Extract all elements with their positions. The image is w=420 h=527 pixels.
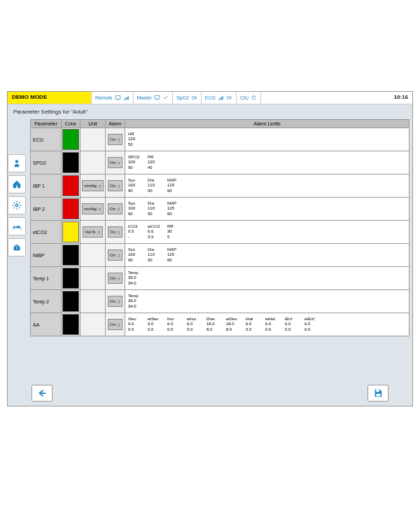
limit-column: etIso6.00.0 bbox=[187, 317, 200, 332]
unit-spinner[interactable]: mmHg bbox=[82, 180, 104, 191]
alarm-spinner[interactable]: On bbox=[108, 226, 122, 238]
limit-low: 0.0 bbox=[265, 327, 278, 332]
footer-buttons bbox=[8, 385, 412, 402]
home-icon bbox=[12, 179, 22, 189]
alarm-cell[interactable]: On bbox=[106, 244, 125, 267]
table-row: etCO2Vol.%OniCO20.5-etCO26.63.9RR305 bbox=[31, 221, 410, 244]
alarm-spinner[interactable]: On bbox=[108, 296, 122, 307]
status-ecg[interactable]: ECG bbox=[202, 92, 237, 104]
param-cell: IBP 2 bbox=[31, 198, 62, 221]
limit-low: 90 bbox=[128, 212, 141, 217]
bed-button[interactable] bbox=[8, 217, 26, 235]
limit-column: etDes18.08.0 bbox=[226, 317, 239, 332]
alarm-cell[interactable]: On bbox=[106, 221, 125, 244]
unit-spinner[interactable]: mmHg bbox=[82, 203, 104, 214]
alarm-spinner[interactable]: On bbox=[108, 134, 122, 145]
status-label: SpO2 bbox=[176, 95, 189, 100]
limits-cell[interactable]: Sys16090Dia11050MAP12560 bbox=[125, 244, 410, 267]
alarm-cell[interactable]: On bbox=[106, 267, 125, 290]
limit-header: etSev bbox=[148, 317, 160, 322]
unit-cell[interactable]: Vol.% bbox=[80, 221, 106, 244]
svg-rect-0 bbox=[115, 96, 120, 100]
patient-button[interactable] bbox=[8, 154, 26, 172]
alarm-spinner[interactable]: On bbox=[108, 203, 122, 214]
status-ciu[interactable]: CIU bbox=[237, 92, 261, 104]
status-master[interactable]: Master bbox=[134, 92, 173, 104]
alarm-spinner[interactable]: On bbox=[108, 273, 122, 284]
settings-button[interactable] bbox=[8, 196, 26, 214]
alarm-spinner[interactable]: On bbox=[108, 249, 122, 261]
color-cell[interactable] bbox=[62, 128, 80, 151]
param-cell: Temp 1 bbox=[31, 267, 62, 290]
color-cell[interactable] bbox=[62, 174, 80, 198]
limits-cell[interactable]: Sys16090Dia11050MAP12560 bbox=[125, 198, 410, 221]
status-remote[interactable]: Remote bbox=[92, 92, 134, 104]
alarm-cell[interactable]: On bbox=[106, 128, 125, 151]
alarm-spinner[interactable]: On bbox=[108, 157, 122, 168]
color-swatch[interactable] bbox=[62, 314, 79, 335]
limit-low: 90 bbox=[128, 189, 141, 193]
limit-header: SPO2 bbox=[128, 155, 141, 160]
limit-header: HR bbox=[128, 132, 141, 137]
limit-high: 110 bbox=[148, 206, 160, 211]
color-swatch[interactable] bbox=[62, 129, 79, 150]
color-cell[interactable] bbox=[62, 198, 80, 221]
limit-high: 6.0 bbox=[304, 322, 317, 327]
limits-cell[interactable]: SPO210090PR12045 bbox=[125, 151, 410, 174]
status-spo2[interactable]: SpO2 bbox=[173, 92, 202, 104]
limit-header: etCO2 bbox=[148, 224, 160, 229]
save-button[interactable] bbox=[368, 385, 388, 402]
plug-icon bbox=[251, 95, 257, 101]
color-cell[interactable] bbox=[62, 290, 80, 313]
top-bar: DEMO MODE Remote Master SpO2 ECG bbox=[8, 92, 412, 104]
unit-cell[interactable]: mmHg bbox=[80, 174, 106, 198]
alarm-cell[interactable]: On bbox=[106, 313, 125, 336]
svg-rect-29 bbox=[376, 394, 380, 397]
color-swatch[interactable] bbox=[62, 152, 79, 173]
color-swatch[interactable] bbox=[62, 198, 79, 219]
clock: 10:16 bbox=[390, 92, 412, 104]
color-swatch[interactable] bbox=[62, 221, 79, 242]
param-cell: Temp 2 bbox=[31, 290, 62, 313]
limits-cell[interactable]: Temp39.034.0 bbox=[125, 290, 410, 313]
case-button[interactable] bbox=[8, 238, 26, 256]
table-row: ECGOnHR12050 bbox=[31, 128, 410, 151]
color-swatch[interactable] bbox=[62, 175, 79, 196]
unit-cell bbox=[80, 267, 106, 290]
alarm-cell[interactable]: On bbox=[106, 290, 125, 313]
unit-cell[interactable]: mmHg bbox=[80, 198, 106, 221]
svg-rect-3 bbox=[125, 98, 126, 100]
unit-spinner[interactable]: Vol.% bbox=[83, 226, 102, 238]
color-swatch[interactable] bbox=[62, 245, 79, 266]
color-cell[interactable] bbox=[62, 221, 80, 244]
svg-rect-8 bbox=[192, 97, 195, 99]
color-cell[interactable] bbox=[62, 244, 80, 267]
alarm-spinner[interactable]: On bbox=[108, 180, 122, 191]
home-button[interactable] bbox=[8, 175, 26, 193]
limit-column: MAP12560 bbox=[167, 247, 180, 263]
back-button[interactable] bbox=[31, 385, 52, 402]
table-row: Temp 1OnTemp39.034.0 bbox=[31, 267, 410, 290]
svg-rect-26 bbox=[15, 245, 18, 247]
col-alarm-limits: Alarm Limits bbox=[125, 120, 410, 128]
color-cell[interactable] bbox=[62, 267, 80, 290]
limits-cell[interactable]: iSev9.00.0etSev9.00.0iIso6.00.0etIso6.00… bbox=[125, 313, 410, 336]
limits-cell[interactable]: HR12050 bbox=[125, 128, 410, 151]
limits-cell[interactable]: Sys16090Dia11050MAP12560 bbox=[125, 174, 410, 198]
color-swatch[interactable] bbox=[62, 291, 79, 312]
color-swatch[interactable] bbox=[62, 268, 79, 289]
limit-header: Sys bbox=[128, 247, 141, 252]
color-cell[interactable] bbox=[62, 313, 80, 336]
limit-high: 39.0 bbox=[128, 275, 141, 280]
limits-cell[interactable]: Temp39.034.0 bbox=[125, 267, 410, 290]
limits-cell[interactable]: iCO20.5-etCO26.63.9RR305 bbox=[125, 221, 410, 244]
limit-high: 125 bbox=[167, 183, 180, 188]
alarm-cell[interactable]: On bbox=[106, 198, 125, 221]
alarm-cell[interactable]: On bbox=[106, 151, 125, 174]
parameter-table: Parameter Color Unit Alarm Alarm Limits … bbox=[30, 119, 410, 336]
alarm-cell[interactable]: On bbox=[106, 174, 125, 198]
color-cell[interactable] bbox=[62, 151, 80, 174]
limit-column: iSev9.00.0 bbox=[128, 317, 141, 332]
alarm-spinner[interactable]: On bbox=[108, 319, 122, 330]
limit-header: iEnf bbox=[285, 317, 298, 322]
